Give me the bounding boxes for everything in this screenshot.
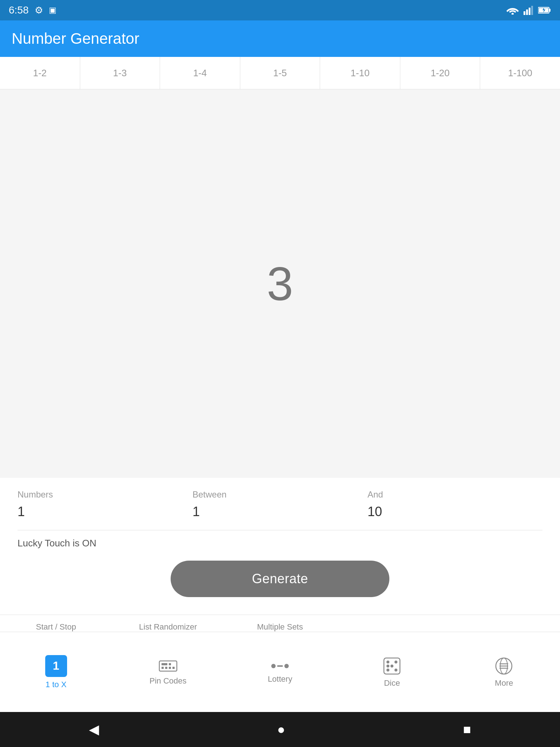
nav-lottery[interactable]: Lottery <box>224 632 336 712</box>
generate-button[interactable]: Generate <box>171 561 389 597</box>
back-button[interactable]: ◀ <box>89 722 99 737</box>
tab-1-10[interactable]: 1-10 <box>320 57 400 89</box>
more-icon <box>494 657 513 676</box>
signal-icon <box>524 5 534 15</box>
svg-point-21 <box>394 661 397 663</box>
dice-icon <box>382 657 401 676</box>
recent-button[interactable]: ■ <box>463 722 471 737</box>
svg-point-23 <box>394 669 397 671</box>
svg-rect-6 <box>549 9 551 12</box>
svg-rect-12 <box>162 667 164 669</box>
battery-icon <box>538 6 551 14</box>
app-title: Number Generator <box>12 30 139 47</box>
sim-icon: ▣ <box>49 5 57 15</box>
multiple-sets-label: Multiple Sets <box>224 622 336 632</box>
home-button[interactable]: ● <box>277 722 285 737</box>
svg-point-22 <box>386 669 389 671</box>
lottery-label: Lottery <box>268 674 292 684</box>
tab-1-4[interactable]: 1-4 <box>160 57 240 89</box>
lottery-icon <box>271 661 289 671</box>
svg-point-25 <box>386 665 389 667</box>
svg-point-0 <box>512 13 514 15</box>
number-display: 3 <box>0 89 560 478</box>
placeholder-label-2 <box>448 622 560 632</box>
and-group: And <box>368 489 542 521</box>
status-time: 6:58 <box>9 4 29 16</box>
svg-point-20 <box>386 661 389 663</box>
svg-rect-9 <box>159 661 177 671</box>
pin-codes-icon <box>159 659 178 673</box>
between-input[interactable] <box>192 503 368 521</box>
svg-point-18 <box>284 664 289 668</box>
main-content: 3 Numbers Between And Lucky Touch is ON … <box>0 89 560 615</box>
app-bar: Number Generator <box>0 20 560 57</box>
above-nav-labels: Start / Stop List Randomizer Multiple Se… <box>0 615 560 632</box>
tabs-row: 1-2 1-3 1-4 1-5 1-10 1-20 1-100 <box>0 57 560 89</box>
svg-rect-13 <box>165 667 167 669</box>
between-group: Between <box>192 489 368 521</box>
numbers-group: Numbers <box>18 489 192 521</box>
between-label: Between <box>192 489 368 500</box>
tab-1-3[interactable]: 1-3 <box>80 57 160 89</box>
start-stop-label: Start / Stop <box>0 622 112 632</box>
one-to-x-label: 1 to X <box>46 680 66 689</box>
and-label: And <box>368 489 542 500</box>
and-input[interactable] <box>368 503 542 521</box>
nav-1-to-x[interactable]: 1 1 to X <box>0 632 112 712</box>
more-label: More <box>495 678 513 688</box>
nav-dice[interactable]: Dice <box>336 632 448 712</box>
generated-number: 3 <box>267 256 293 311</box>
svg-rect-14 <box>169 667 171 669</box>
system-nav: ◀ ● ■ <box>0 712 560 747</box>
inputs-row: Numbers Between And <box>18 489 542 521</box>
svg-point-24 <box>390 665 393 667</box>
tab-1-2[interactable]: 1-2 <box>0 57 80 89</box>
placeholder-label-1 <box>336 622 448 632</box>
svg-rect-10 <box>162 663 167 665</box>
status-bar: 6:58 ⚙ ▣ <box>0 0 560 20</box>
list-randomizer-label: List Randomizer <box>112 622 224 632</box>
svg-rect-3 <box>529 8 530 15</box>
svg-rect-2 <box>526 9 528 15</box>
tab-1-5[interactable]: 1-5 <box>240 57 320 89</box>
nav-pin-codes[interactable]: Pin Codes <box>112 632 224 712</box>
bottom-nav: 1 1 to X Pin Codes <box>0 632 560 712</box>
settings-icon: ⚙ <box>35 5 43 16</box>
controls-section: Numbers Between And Lucky Touch is ON Ge… <box>0 478 560 615</box>
svg-rect-1 <box>524 11 525 15</box>
pin-codes-label: Pin Codes <box>149 676 187 686</box>
status-right <box>506 5 551 15</box>
svg-rect-11 <box>169 663 171 665</box>
lucky-touch-label: Lucky Touch is ON <box>18 538 542 549</box>
svg-rect-4 <box>531 6 533 15</box>
nav-more[interactable]: More <box>448 632 560 712</box>
numbers-input[interactable] <box>18 503 192 521</box>
svg-rect-15 <box>172 667 175 669</box>
divider <box>18 530 542 530</box>
wifi-icon <box>506 6 519 15</box>
dice-label: Dice <box>384 678 400 688</box>
numbers-label: Numbers <box>18 489 192 500</box>
status-left: 6:58 ⚙ ▣ <box>9 4 57 16</box>
tab-1-20[interactable]: 1-20 <box>400 57 481 89</box>
svg-point-16 <box>271 664 276 668</box>
one-to-x-icon: 1 <box>45 655 67 677</box>
tab-1-100[interactable]: 1-100 <box>480 57 560 89</box>
